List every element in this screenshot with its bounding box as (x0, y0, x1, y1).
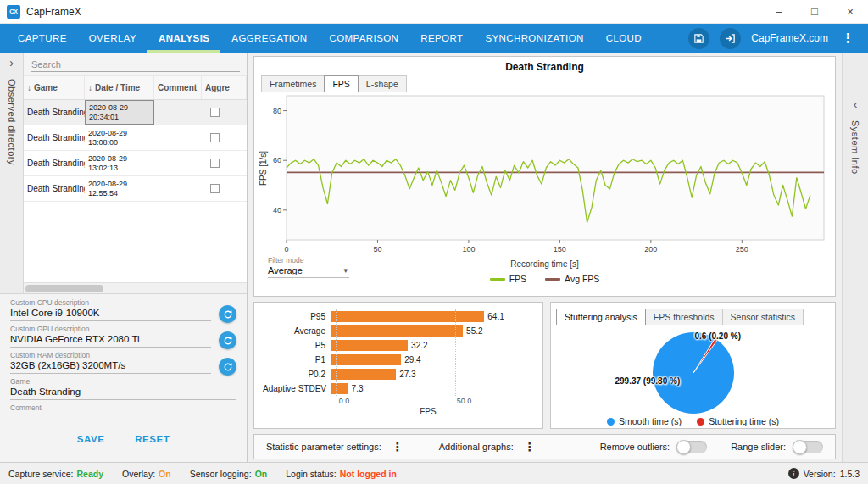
analysis-main: Death Stranding FrametimesFPSL-shape FPS… (248, 53, 842, 462)
svg-text:150: 150 (554, 245, 566, 253)
nav-item-cloud[interactable]: CLOUD (595, 24, 653, 53)
capture-save-button[interactable] (688, 28, 709, 49)
gpu-description-value[interactable]: NVIDIA GeForce RTX 2080 Ti (10, 333, 211, 348)
additional-graphs-menu-button[interactable]: ⋮ (520, 440, 539, 453)
title-bar: CX CapFrameX – □ × (0, 0, 868, 24)
range-slider-toggle[interactable] (793, 441, 823, 453)
aggregate-checkbox[interactable] (210, 159, 220, 168)
aggregate-checkbox[interactable] (210, 133, 220, 142)
session-table-body: Death Stranding2020-08-2920:34:01Death S… (24, 100, 247, 202)
capframex-link[interactable]: CapFrameX.com (751, 32, 828, 44)
column-header-comment[interactable]: Comment (154, 76, 202, 99)
nav-right: CapFrameX.com ⋮ (688, 28, 861, 49)
remove-outliers-toggle[interactable] (676, 441, 707, 453)
table-row[interactable]: Death Stranding2020-08-2913:08:00 (24, 125, 247, 151)
sort-desc-icon: ↓ (27, 83, 31, 92)
scrollbar-thumb[interactable] (25, 285, 103, 292)
legend-item-fps[interactable]: FPS (490, 274, 526, 284)
login-button[interactable] (720, 28, 741, 49)
aggregate-checkbox[interactable] (210, 108, 220, 117)
tab-frametimes[interactable]: Frametimes (261, 75, 325, 92)
bar (331, 383, 348, 394)
settings-bar: Statistic parameter settings: ⋮ Addition… (253, 434, 836, 459)
bar-category: P0.2 (263, 370, 331, 379)
close-button[interactable]: × (832, 0, 868, 23)
chevron-right-icon[interactable]: › (9, 57, 14, 69)
legend-label: Stuttering time (s) (709, 416, 779, 426)
table-empty-area (24, 202, 247, 282)
nav-item-analysis[interactable]: ANALYSIS (147, 24, 220, 53)
search-bar (24, 53, 247, 75)
cpu-description-label: Custom CPU description (10, 298, 211, 307)
ram-description-value[interactable]: 32GB (2x16GB) 3200MT/s (10, 359, 211, 374)
cpu-refresh-button[interactable] (219, 305, 236, 323)
legend-item-stuttering-time-s[interactable]: Stuttering time (s) (697, 416, 779, 426)
cell-datetime: 2020-08-2912:55:54 (85, 176, 154, 201)
capture-service-label: Capture service: (8, 469, 73, 479)
bar-row: P9564.1 (263, 309, 536, 324)
sensor-logging-value: On (255, 469, 268, 479)
cell-aggregate (202, 151, 247, 175)
reset-button[interactable]: RESET (135, 434, 170, 444)
maximize-button[interactable]: □ (797, 0, 832, 23)
bar-value: 32.2 (411, 341, 427, 350)
comment-field: Comment (10, 403, 236, 426)
nav-item-capture[interactable]: CAPTURE (7, 24, 78, 53)
ram-description-field: Custom RAM description 32GB (2x16GB) 320… (10, 351, 236, 374)
horizontal-scrollbar[interactable] (24, 282, 247, 293)
nav-item-synchronization[interactable]: SYNCHRONIZATION (474, 24, 594, 53)
legend-item-avg-fps[interactable]: Avg FPS (545, 274, 599, 284)
nav-item-aggregation[interactable]: AGGREGATION (220, 24, 318, 53)
fps-chart-panel: Death Stranding FrametimesFPSL-shape FPS… (253, 56, 836, 297)
aggregate-checkbox[interactable] (210, 184, 220, 193)
nav-item-overlay[interactable]: OVERLAY (78, 24, 147, 53)
save-button[interactable]: SAVE (77, 434, 104, 444)
login-status-value: Not logged in (340, 469, 397, 479)
observed-directory-label: Observed directory (7, 79, 17, 165)
search-input[interactable] (31, 58, 240, 72)
nav-menu-button[interactable]: ⋮ (838, 31, 858, 46)
tab-fps[interactable]: FPS (324, 75, 358, 92)
svg-text:0: 0 (284, 245, 288, 253)
nav-item-report[interactable]: REPORT (409, 24, 474, 53)
system-info-strip[interactable]: ‹ System Info (842, 53, 868, 462)
observed-directory-strip[interactable]: › Observed directory (0, 53, 24, 293)
filter-mode-value: Average (268, 265, 303, 275)
statistic-settings-menu-button[interactable]: ⋮ (388, 440, 407, 453)
overlay-label: Overlay: (122, 469, 155, 479)
remove-outliers-label: Remove outliers: (600, 442, 670, 452)
gpu-description-field: Custom GPU description NVIDIA GeForce RT… (10, 325, 236, 348)
tab-sensor-statistics[interactable]: Sensor statistics (722, 309, 804, 325)
nav-item-comparison[interactable]: COMPARISON (319, 24, 410, 53)
stutter-legend: Smooth time (s)Stuttering time (s) (551, 416, 835, 426)
refresh-icon (223, 362, 233, 372)
info-icon[interactable]: i (788, 468, 799, 479)
comment-value[interactable] (10, 412, 236, 426)
tab-fps-thresholds[interactable]: FPS thresholds (645, 309, 723, 325)
tab-stuttering-analysis[interactable]: Stuttering analysis (556, 309, 646, 325)
tab-l-shape[interactable]: L-shape (358, 75, 407, 92)
close-icon: × (847, 5, 854, 18)
column-header-aggregate[interactable]: Aggre (202, 76, 247, 99)
table-row[interactable]: Death Stranding2020-08-2920:34:01 (24, 100, 247, 125)
filter-mode-select[interactable]: Filter mode Average ▾ (268, 256, 349, 278)
ram-refresh-button[interactable] (219, 358, 236, 376)
overlay-value: On (159, 469, 171, 479)
game-value[interactable]: Death Stranding (10, 386, 236, 400)
minimize-button[interactable]: – (761, 0, 797, 23)
cpu-description-value[interactable]: Intel Core i9-10900K (10, 307, 211, 321)
pie-stutter-label: 0.6 (0.20 %) (695, 331, 741, 341)
legend-item-smooth-time-s[interactable]: Smooth time (s) (607, 416, 682, 426)
table-row[interactable]: Death Stranding2020-08-2913:02:13 (24, 151, 247, 176)
analysis-tabs: FrametimesFPSL-shape (261, 75, 835, 92)
cell-comment (154, 176, 202, 201)
table-header: ↓ Game ↓ Date / Time Comment Aggre (24, 75, 247, 100)
column-header-game[interactable]: ↓ Game (24, 76, 85, 99)
chevron-left-icon[interactable]: ‹ (854, 98, 858, 110)
column-header-datetime[interactable]: ↓ Date / Time (85, 76, 154, 99)
gpu-refresh-button[interactable] (219, 331, 236, 349)
stutter-tabs: Stuttering analysisFPS thresholdsSensor … (556, 309, 835, 325)
table-row[interactable]: Death Stranding2020-08-2912:55:54 (24, 176, 247, 202)
range-slider-label: Range slider: (731, 442, 786, 452)
column-label-datetime: Date / Time (95, 83, 140, 92)
